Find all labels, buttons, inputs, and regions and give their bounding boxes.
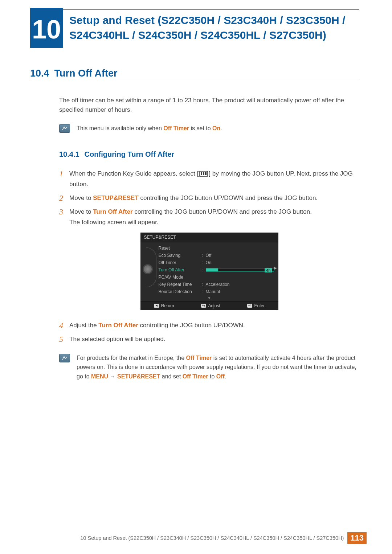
osd-slider-bar: 4h <box>206 268 274 272</box>
osd-return-label: Return <box>161 303 174 308</box>
return-icon: ◄ <box>154 304 159 308</box>
osd-panel: SETUP&RESET ResetEco Saving:OffOff Timer… <box>140 233 278 310</box>
note1-em1: Off Timer <box>163 125 189 131</box>
note1-post: . <box>220 125 222 131</box>
osd-row-label: Off Timer <box>159 260 202 265</box>
step-4: 4 Adjust the Turn Off After controlling … <box>59 320 359 331</box>
s2a: Move to <box>69 194 93 201</box>
osd-row-label: Eco Saving <box>159 253 202 258</box>
step-5: 5 The selected option will be applied. <box>59 334 359 345</box>
note-availability: This menu is available only when Off Tim… <box>59 124 359 133</box>
chapter-number: 10 <box>30 8 63 48</box>
adjust-icon: ⇆ <box>201 304 206 308</box>
footer-text: 10 Setup and Reset (S22C350H / S23C340H … <box>80 535 344 541</box>
n2em1: Off Timer <box>186 355 212 361</box>
osd-row-value: Manual <box>206 289 220 294</box>
osd-row-value: Off <box>206 253 212 258</box>
s4em: Turn Off After <box>98 322 138 329</box>
osd-row: Reset <box>155 245 278 252</box>
osd-sidebar <box>140 242 155 296</box>
step-4-text: Adjust the Turn Off After controlling th… <box>69 320 245 331</box>
osd-row-label: Key Repeat Time <box>159 282 202 287</box>
osd-row: Eco Saving:Off <box>155 252 278 259</box>
osd-right-arrow-icon: ▶ <box>274 266 277 270</box>
note2-text: For products for the market in Europe, t… <box>77 353 359 381</box>
chapter-header: 10 Setup and Reset (S22C350H / S23C340H … <box>30 8 359 48</box>
osd-row-value: On <box>206 260 212 265</box>
note1-pre: This menu is available only when <box>77 125 163 131</box>
osd-colon: : <box>202 267 206 272</box>
osd-arc <box>146 247 156 287</box>
n2t4: to <box>208 373 216 379</box>
subsection-heading: 10.4.1Configuring Turn Off After <box>59 150 359 159</box>
osd-colon: : <box>202 260 206 265</box>
osd-row-label: Turn Off After <box>159 267 202 272</box>
svg-rect-2 <box>203 172 204 175</box>
s3b: controlling the JOG button UP/DOWN and p… <box>133 208 312 215</box>
osd-row: Key Repeat Time:Acceleration <box>155 281 278 288</box>
n2t5: . <box>225 373 226 379</box>
osd-slider: 4h <box>206 268 274 272</box>
subsection-number: 10.4.1 <box>59 150 79 158</box>
arrow-icon: → <box>108 373 117 379</box>
osd-row: Source Detection:Manual <box>155 288 278 295</box>
step-1-text: When the Function Key Guide appears, sel… <box>69 169 359 189</box>
s2b: controlling the JOG button UP/DOWN and p… <box>139 194 318 201</box>
s3c: The following screen will appear. <box>69 219 159 226</box>
n2t3: and set <box>160 373 182 379</box>
n2em5: Off <box>216 373 225 379</box>
note-icon <box>59 354 70 362</box>
osd-row-label: Reset <box>159 246 202 251</box>
osd-screenshot: SETUP&RESET ResetEco Saving:OffOff Timer… <box>59 233 359 310</box>
osd-slider-value: 4h <box>265 268 272 272</box>
steps-list-continued: 4 Adjust the Turn Off After controlling … <box>59 320 359 345</box>
osd-menu: ResetEco Saving:OffOff Timer:OnTurn Off … <box>155 242 278 296</box>
section-intro: The off timer can be set within a range … <box>59 96 359 115</box>
s1a: When the Function Key Guide appears, sel… <box>69 170 199 177</box>
s3a: Move to <box>69 208 93 215</box>
section-title: Turn Off After <box>54 68 118 79</box>
menu-grid-icon <box>199 169 208 179</box>
note1-em2: On <box>212 125 220 131</box>
enter-icon: ↵ <box>247 304 252 308</box>
s2em: SETUP&RESET <box>93 194 139 201</box>
osd-footer: ◄Return ⇆Adjust ↵Enter <box>140 301 278 310</box>
osd-enter: ↵Enter <box>247 303 265 308</box>
step-num-5: 5 <box>59 334 69 345</box>
osd-colon: : <box>202 282 206 287</box>
osd-row-value: Acceleration <box>206 282 230 287</box>
chapter-title: Setup and Reset (S22C350H / S23C340H / S… <box>69 13 359 42</box>
note-europe: For products for the market in Europe, t… <box>59 353 359 381</box>
steps-list: 1 When the Function Key Guide appears, s… <box>59 169 359 227</box>
note1-mid: is set to <box>189 125 212 131</box>
osd-row: PC/AV Mode <box>155 274 278 281</box>
page-footer: 10 Setup and Reset (S22C350H / S23C340H … <box>0 532 392 544</box>
osd-row-label: Source Detection <box>159 289 202 294</box>
osd-colon: : <box>202 289 206 294</box>
step-num-1: 1 <box>59 169 69 179</box>
osd-return: ◄Return <box>154 303 174 308</box>
step-3: 3 Move to Turn Off After controlling the… <box>59 207 359 227</box>
step-5-text: The selected option will be applied. <box>69 334 166 344</box>
n2t1: For products for the market in Europe, t… <box>77 355 186 361</box>
osd-slider-fill <box>206 268 218 271</box>
osd-enter-label: Enter <box>254 303 265 308</box>
s4b: controlling the JOG button UP/DOWN. <box>138 322 245 329</box>
s4a: Adjust the <box>69 322 98 329</box>
step-num-4: 4 <box>59 320 69 331</box>
note-text: This menu is available only when Off Tim… <box>77 124 222 133</box>
n2em2: MENU <box>91 373 108 379</box>
osd-down-arrow-icon: ▼ <box>140 296 278 301</box>
step-2: 2 Move to SETUP&RESET controlling the JO… <box>59 193 359 204</box>
osd-row: Off Timer:On <box>155 259 278 266</box>
osd-row: Turn Off After:4h <box>155 266 278 274</box>
subsection-title: Configuring Turn Off After <box>85 150 175 158</box>
osd-colon: : <box>202 253 206 258</box>
step-num-2: 2 <box>59 193 69 204</box>
step-num-3: 3 <box>59 207 69 217</box>
step-2-text: Move to SETUP&RESET controlling the JOG … <box>69 193 318 203</box>
section-heading: 10.4Turn Off After <box>30 68 359 81</box>
s3em: Turn Off After <box>93 208 133 215</box>
svg-rect-1 <box>201 172 202 175</box>
n2em4: Off Timer <box>183 373 208 379</box>
